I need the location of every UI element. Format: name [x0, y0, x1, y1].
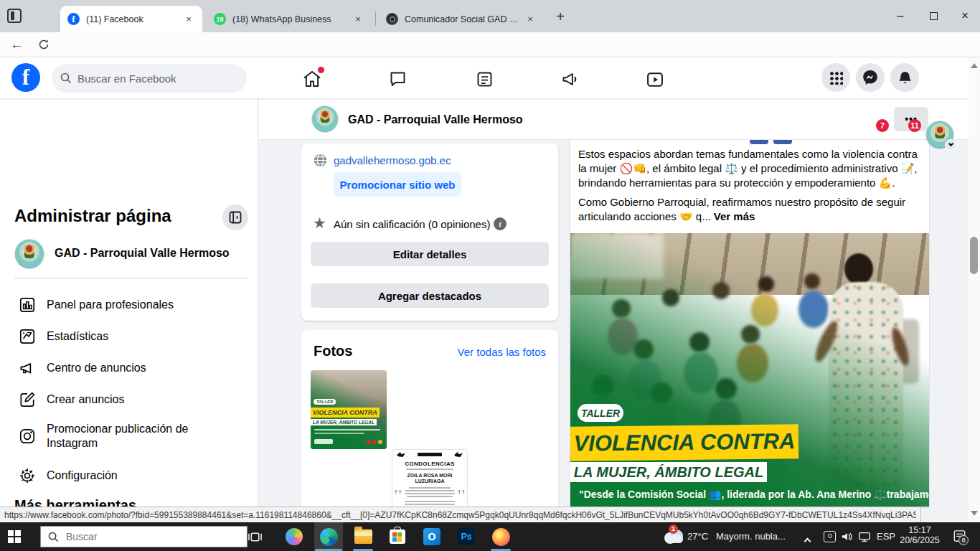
search-input[interactable]: [77, 72, 221, 85]
page-info-card: gadvallehermoso.gob.ec Promocionar sitio…: [301, 143, 558, 321]
weather-button[interactable]: 1: [663, 527, 683, 545]
nav-messages-icon[interactable]: [388, 70, 408, 90]
post-image[interactable]: TALLER VIOLENCIA CONTRA LA MUJER, ÁMBITO…: [570, 233, 929, 507]
scroll-down-arrow[interactable]: [971, 511, 978, 516]
taskbar-copilot[interactable]: [280, 522, 308, 551]
windows-taskbar: O Ps 1 27°C Mayorm. nubla... ESP 15:17: [0, 522, 980, 551]
tab-title: (18) WhatsApp Business: [232, 14, 352, 24]
network-icon[interactable]: [858, 530, 871, 546]
tray-device-icon[interactable]: [824, 531, 836, 542]
tab-workspaces-icon[interactable]: [7, 9, 22, 23]
see-all-photos-link[interactable]: Ver todas las fotos: [458, 346, 546, 358]
taskbar-store[interactable]: [383, 522, 412, 551]
info-icon[interactable]: i: [494, 217, 507, 230]
task-view-button[interactable]: [240, 522, 269, 551]
task-view-icon: [248, 530, 262, 544]
nav-ads-megaphone-icon[interactable]: [560, 70, 580, 90]
taskbar-photoshop[interactable]: Ps: [452, 522, 481, 551]
tab-title: Comunicador Social GAD Parroqu: [405, 14, 524, 24]
taskbar-search-input[interactable]: [66, 531, 224, 542]
search-icon: [48, 532, 59, 542]
scrollbar-thumb[interactable]: [970, 237, 978, 274]
window-minimize-button[interactable]: –: [884, 0, 917, 32]
taskbar-search[interactable]: [40, 526, 248, 547]
taskbar-edge[interactable]: [314, 522, 343, 551]
facebook-header: f 7 11: [0, 57, 980, 98]
weather-desc[interactable]: Mayorm. nubla...: [716, 531, 786, 542]
post-cutoff-decoration: [750, 140, 768, 144]
chevron-down-icon: [948, 141, 953, 146]
photo-thumb-condolencias-1[interactable]: CONDOLENCIAS ZOILA ROSA MORI LUZURIAGA †…: [392, 449, 468, 507]
notifications-button[interactable]: [890, 63, 919, 92]
scroll-up-arrow[interactable]: [971, 63, 978, 68]
page-header-bar: GAD - Parroquial Valle Hermoso •••: [259, 98, 980, 140]
sidebar-item-panel-profesionales[interactable]: Panel para profesionales: [11, 289, 248, 321]
sidebar-item-crear-anuncios[interactable]: Crear anuncios: [11, 384, 248, 415]
tab-close-icon[interactable]: ×: [352, 13, 364, 26]
start-button[interactable]: [0, 522, 29, 551]
clock-time: 15:17: [900, 525, 940, 535]
page-header-title: GAD - Parroquial Valle Hermoso: [348, 113, 523, 126]
rating-text: Aún sin calificación (0 opiniones): [334, 218, 490, 230]
store-icon: [390, 529, 405, 544]
create-pencil-icon: [17, 390, 37, 410]
promote-website-button[interactable]: Promocionar sitio web: [334, 172, 461, 197]
sidebar-page-name[interactable]: GAD - Parroquial Valle Hermoso: [55, 247, 230, 260]
refresh-icon[interactable]: [37, 38, 50, 54]
taskbar-file-explorer[interactable]: [349, 522, 377, 551]
messenger-icon: [862, 69, 879, 86]
edit-details-button[interactable]: Editar detalles: [311, 242, 549, 266]
window-maximize-button[interactable]: [917, 0, 950, 32]
thumb-line1: VIOLENCIA CONTRA: [311, 408, 380, 418]
sidebar-item-label: Estadísticas: [47, 329, 108, 344]
clock[interactable]: 15:17 20/6/2025: [900, 525, 940, 545]
sidebar-item-promocionar-instagram[interactable]: Promocionar publicación de Instagram: [11, 414, 248, 458]
photo-thumb-taller[interactable]: TALLER VIOLENCIA CONTRA LA MUJER, ÁMBITO…: [311, 370, 387, 449]
page-avatar[interactable]: [14, 239, 44, 269]
sidebar-item-label: Promocionar publicación de Instagram: [47, 422, 226, 451]
sidebar-item-label: Configuración: [47, 468, 118, 483]
sidebar-item-centro-anuncios[interactable]: Centro de anuncios: [11, 352, 248, 384]
tab-close-icon[interactable]: ×: [524, 13, 537, 26]
add-highlights-button[interactable]: Agregar destacados: [311, 283, 549, 308]
nav-home-icon[interactable]: [302, 69, 322, 89]
insights-icon: [17, 326, 37, 347]
tab-comunicador[interactable]: Comunicador Social GAD Parroqu ×: [379, 6, 544, 32]
tab-whatsapp[interactable]: 18 (18) WhatsApp Business ×: [207, 6, 372, 32]
nav-video-icon[interactable]: [645, 70, 665, 90]
sidebar-item-estadisticas[interactable]: Estadísticas: [11, 321, 248, 352]
language-indicator[interactable]: ESP: [877, 531, 895, 542]
nav-pages-icon[interactable]: [475, 70, 495, 90]
taskbar-firefox[interactable]: [486, 522, 515, 551]
sidebar-collapse-button[interactable]: [222, 204, 248, 230]
page-header-avatar[interactable]: [311, 105, 339, 133]
account-chevron[interactable]: [945, 139, 956, 151]
sidebar-item-configuracion[interactable]: Configuración: [11, 460, 248, 491]
taskbar-outlook[interactable]: O: [418, 522, 446, 551]
sidebar-item-label: Crear anuncios: [47, 392, 125, 407]
apps-menu-button[interactable]: [821, 63, 850, 92]
page-scrollbar[interactable]: [969, 57, 980, 522]
facebook-search[interactable]: [52, 64, 247, 93]
weather-temp[interactable]: 27°C: [687, 531, 708, 542]
clock-date: 20/6/2025: [900, 535, 940, 545]
window-close-button[interactable]: ×: [950, 0, 980, 32]
notification-center-button[interactable]: 8: [953, 529, 966, 545]
windows-logo-icon: [8, 530, 21, 543]
tray-chevron-up[interactable]: [805, 534, 810, 547]
messenger-button[interactable]: [856, 63, 885, 92]
photos-card: Fotos Ver todas las fotos TALLER VIOLENC…: [301, 330, 558, 507]
tab-facebook[interactable]: f (11) Facebook ×: [60, 6, 202, 32]
gear-icon: [17, 466, 37, 486]
back-icon[interactable]: ←: [10, 37, 24, 52]
new-tab-button[interactable]: +: [551, 7, 570, 26]
grid-menu-icon: [829, 71, 843, 85]
browser-toolbar: ← https://www.facebook.com/profile.php?i…: [0, 32, 980, 57]
tab-close-icon[interactable]: ×: [182, 13, 195, 26]
volume-icon[interactable]: [841, 530, 854, 546]
photo-decoration: [314, 429, 380, 430]
website-link[interactable]: gadvallehermoso.gob.ec: [334, 154, 451, 166]
see-more-link[interactable]: Ver más: [714, 210, 755, 222]
facebook-logo[interactable]: f: [11, 63, 40, 92]
link-preview-statusbar: https://www.facebook.com/photo/?fbid=599…: [0, 507, 921, 522]
